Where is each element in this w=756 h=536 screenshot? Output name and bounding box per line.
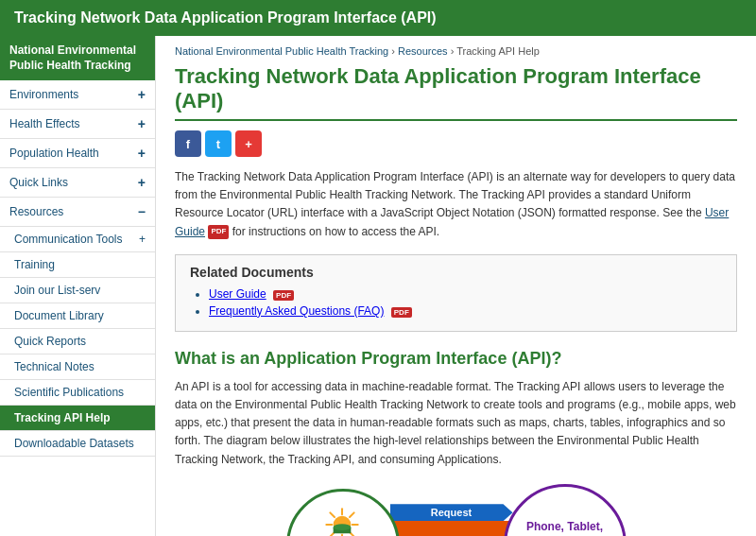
related-documents-list: User Guide PDF Frequently Asked Question… <box>190 287 722 318</box>
related-documents-heading: Related Documents <box>190 265 722 280</box>
sidebar-label-environments: Environments <box>9 88 78 101</box>
svg-line-5 <box>331 512 335 517</box>
breadcrumb-link-tracking[interactable]: National Environmental Public Health Tra… <box>175 45 388 57</box>
sidebar-item-technical-notes[interactable]: Technical Notes <box>0 354 155 380</box>
sidebar-item-resources[interactable]: Resources − <box>0 198 155 227</box>
social-buttons: f t + <box>175 130 737 157</box>
twitter-share-button[interactable]: t <box>205 130 232 157</box>
neph-sun-icon <box>323 506 361 536</box>
request-arrow: Request <box>390 504 513 521</box>
sidebar-label-scientific-publications: Scientific Publications <box>14 386 124 399</box>
api-box: API <box>390 521 513 536</box>
addthis-icon: + <box>245 137 252 151</box>
sidebar-collapse-resources: − <box>138 204 146 219</box>
api-diagram: NATIONALEnvironmental PublicHealth Track… <box>175 484 737 536</box>
sidebar-item-training[interactable]: Training <box>0 252 155 278</box>
sidebar-item-population-health[interactable]: Population Health + <box>0 139 155 168</box>
facebook-share-button[interactable]: f <box>175 130 201 157</box>
faq-doc-link[interactable]: Frequently Asked Questions (FAQ) <box>209 304 384 318</box>
facebook-icon: f <box>186 137 190 151</box>
user-guide-pdf-icon: PDF <box>208 225 229 239</box>
devices-circle: Phone, Tablet,Desktop App,Website, etc. <box>504 484 627 536</box>
sidebar-expand-population-health: + <box>138 146 146 161</box>
svg-point-10 <box>334 524 352 530</box>
sidebar-label-list-serv: Join our List-serv <box>14 284 100 297</box>
sidebar-label-document-library: Document Library <box>14 309 104 322</box>
main-layout: National Environmental Public Health Tra… <box>0 36 756 536</box>
header-title: Tracking Network Data Application Progra… <box>14 9 437 26</box>
related-doc-item-user-guide: User Guide PDF <box>209 287 722 301</box>
sidebar-label-training: Training <box>14 258 55 271</box>
sidebar-item-downloadable-datasets[interactable]: Downloadable Datasets <box>0 431 155 457</box>
sidebar-item-list-serv[interactable]: Join our List-serv <box>0 278 155 303</box>
sidebar-label-quick-links: Quick Links <box>9 176 68 189</box>
sidebar-item-document-library[interactable]: Document Library <box>0 303 155 329</box>
sidebar: National Environmental Public Health Tra… <box>0 36 156 536</box>
breadcrumb: National Environmental Public Health Tra… <box>175 45 737 57</box>
sidebar-label-resources: Resources <box>9 205 63 218</box>
sidebar-item-environments[interactable]: Environments + <box>0 80 155 110</box>
faq-pdf-badge: PDF <box>391 307 412 318</box>
sidebar-item-quick-reports[interactable]: Quick Reports <box>0 329 155 354</box>
section2-body: An API is a tool for accessing data in m… <box>175 378 737 469</box>
intro-paragraph: The Tracking Network Data Application Pr… <box>175 168 737 241</box>
sidebar-label-communication-tools: Communication Tools <box>14 233 123 246</box>
related-documents-box: Related Documents User Guide PDF Frequen… <box>175 254 737 332</box>
page-title: Tracking Network Data Application Progra… <box>175 64 737 121</box>
sidebar-label-health-effects: Health Effects <box>9 117 79 130</box>
sidebar-expand-quick-links: + <box>138 175 146 190</box>
addthis-share-button[interactable]: + <box>235 130 262 157</box>
sidebar-label-quick-reports: Quick Reports <box>14 335 86 348</box>
sidebar-item-health-effects[interactable]: Health Effects + <box>0 110 155 139</box>
main-content: National Environmental Public Health Tra… <box>156 36 756 536</box>
arrows-and-api: Request API Data <box>390 504 513 536</box>
section2-heading: What is an Application Program Interface… <box>175 349 737 369</box>
svg-line-7 <box>350 512 354 517</box>
sidebar-section-header: National Environmental Public Health Tra… <box>0 36 155 80</box>
sidebar-item-scientific-publications[interactable]: Scientific Publications <box>0 380 155 406</box>
sidebar-label-population-health: Population Health <box>9 147 99 160</box>
user-guide-pdf-badge: PDF <box>273 290 294 301</box>
sidebar-label-tracking-api-help: Tracking API Help <box>14 411 111 424</box>
page-header: Tracking Network Data Application Progra… <box>0 0 756 36</box>
sidebar-expand-communication-tools: + <box>139 233 146 246</box>
sidebar-item-communication-tools[interactable]: Communication Tools + <box>0 227 155 252</box>
sidebar-label-technical-notes: Technical Notes <box>14 360 94 373</box>
breadcrumb-link-resources[interactable]: Resources <box>398 45 448 57</box>
related-doc-item-faq: Frequently Asked Questions (FAQ) PDF <box>209 304 722 318</box>
user-guide-link[interactable]: User Guide <box>175 206 729 237</box>
neph-circle: NATIONALEnvironmental PublicHealth Track… <box>286 489 400 536</box>
breadcrumb-current: Tracking API Help <box>456 45 540 57</box>
twitter-icon: t <box>216 137 220 151</box>
devices-text: Phone, Tablet,Desktop App,Website, etc. <box>517 509 612 536</box>
user-guide-doc-link[interactable]: User Guide <box>209 287 266 301</box>
sidebar-item-tracking-api-help[interactable]: Tracking API Help <box>0 406 155 431</box>
sidebar-expand-environments: + <box>138 87 146 102</box>
sidebar-item-quick-links[interactable]: Quick Links + <box>0 168 155 198</box>
sidebar-expand-health-effects: + <box>138 116 146 131</box>
neph-logo: NATIONALEnvironmental PublicHealth Track… <box>301 498 385 536</box>
sidebar-label-downloadable-datasets: Downloadable Datasets <box>14 437 134 450</box>
